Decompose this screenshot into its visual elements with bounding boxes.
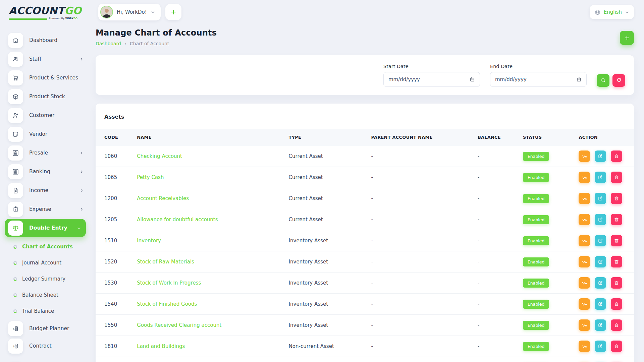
sidebar-item-budget-planner[interactable]: $ Budget Planner [0,320,91,337]
sidebar-item-product-services[interactable]: Product & Services [0,68,91,87]
sidebar-item-staff[interactable]: Staff [0,50,91,68]
parent-account-name: - [367,357,474,362]
account-name-link[interactable]: Checking Account [137,153,182,159]
sidebar-subitem-ledger-summary[interactable]: Ledger Summary [0,271,91,287]
coins-dollar-icon: $ [8,321,23,336]
account-name-link[interactable]: Account Receivables [137,195,189,201]
breadcrumb-dashboard-link[interactable]: Dashboard [96,41,121,46]
delete-button[interactable] [611,214,622,225]
user-avatar [100,6,113,18]
home-icon [8,33,23,48]
edit-button[interactable] [595,193,606,204]
edit-button[interactable] [595,150,606,162]
transactions-button[interactable] [579,214,590,225]
transactions-button[interactable] [579,235,590,246]
edit-button[interactable] [595,256,606,267]
delete-button[interactable] [611,172,622,183]
breadcrumb: Dashboard › Chart of Account [96,41,217,47]
date-placeholder: mm/dd/yyyy [388,76,420,82]
edit-button[interactable] [595,172,606,183]
delete-button[interactable] [611,235,622,246]
scales-icon [8,221,23,236]
breadcrumb-separator: › [124,41,126,47]
quick-add-button[interactable] [165,4,181,20]
column-header-action: ACTION [575,129,634,146]
transactions-button[interactable] [579,150,590,162]
wave-icon [581,153,587,159]
delete-button[interactable] [611,256,622,267]
transactions-button[interactable] [579,172,590,183]
sidebar: Dashboard Staff Product & Services Produ… [0,31,91,362]
edit-button[interactable] [595,277,606,289]
cart-icon [8,70,23,85]
search-button[interactable] [597,74,609,87]
reset-button[interactable] [612,74,625,87]
calendar-icon[interactable] [576,77,582,82]
transactions-button[interactable] [579,277,590,289]
account-name-link[interactable]: Stock of Finished Goods [137,301,197,307]
transactions-button[interactable] [579,193,590,204]
sidebar-subitem-chart-of-accounts[interactable]: Chart of Accounts [0,239,91,255]
user-menu[interactable]: Hi, WorkDo! [98,4,161,20]
delete-button[interactable] [611,319,622,331]
document-icon [8,183,23,198]
delete-button[interactable] [611,298,622,310]
sidebar-item-double-entry[interactable]: Double Entry [5,219,86,237]
sidebar-subitem-trial-balance[interactable]: Trial Balance [0,303,91,319]
section-title-assets: Assets [96,104,634,129]
transactions-button[interactable] [579,256,590,267]
edit-button[interactable] [595,214,606,225]
edit-button[interactable] [595,319,606,331]
end-date-input[interactable]: mm/dd/yyyy [490,72,587,87]
add-account-button[interactable] [620,31,634,45]
delete-button[interactable] [611,150,622,162]
sidebar-item-banking[interactable]: Banking [0,162,91,181]
edit-button[interactable] [595,298,606,310]
account-code: 1550 [96,315,133,336]
account-balance: - [474,357,519,362]
delete-button[interactable] [611,193,622,204]
sidebar-subitem-balance-sheet[interactable]: Balance Sheet [0,287,91,303]
sidebar-item-dashboard[interactable]: Dashboard [0,31,91,50]
sidebar-item-expense[interactable]: $ Expense [0,200,91,219]
transactions-button[interactable] [579,298,590,310]
edit-button[interactable] [595,235,606,246]
account-name-link[interactable]: Land and Buildings [137,343,185,349]
sidebar-item-customer[interactable]: Customer [0,106,91,125]
sidebar-item-presale[interactable]: Presale [0,143,91,162]
edit-button[interactable] [595,341,606,352]
transactions-button[interactable] [579,341,590,352]
transactions-button[interactable] [579,319,590,331]
account-name-link[interactable]: Stock of Raw Materials [137,259,194,265]
parent-account-name: - [367,294,474,315]
delete-button[interactable] [611,341,622,352]
account-code: 1810 [96,336,133,357]
account-balance: - [474,336,519,357]
column-header-type: TYPE [285,129,367,146]
start-date-input[interactable]: mm/dd/yyyy [383,72,480,87]
account-name-link[interactable]: Inventory [137,238,161,244]
sidebar-item-vendor[interactable]: Vendor [0,125,91,143]
bullet-icon [13,293,17,297]
sidebar-item-partial[interactable]: $ [0,361,91,362]
sidebar-item-product-stock[interactable]: Product Stock [0,87,91,106]
account-name-link[interactable]: Stock of Work In Progress [137,280,201,286]
account-name-link[interactable]: Petty Cash [137,174,164,180]
calendar-icon[interactable] [470,77,475,82]
sidebar-item-contract[interactable]: $ Contract [0,337,91,355]
account-code: 1060 [96,146,133,167]
wave-icon [581,280,587,286]
account-name-link[interactable]: Allowance for doubtful accounts [137,217,218,223]
table-row: 1530 Stock of Work In Progress Inventory… [96,273,634,294]
account-type: Non-current Asset [285,336,367,357]
account-name-link[interactable]: Goods Received Clearing account [137,322,221,328]
status-badge: Enabled [523,342,549,351]
delete-button[interactable] [611,277,622,289]
language-selector[interactable]: English [590,5,634,19]
account-type: Current Asset [285,146,367,167]
sidebar-item-income[interactable]: Income [0,181,91,200]
logo-text-secondary: GO [64,5,82,16]
chevron-down-icon [151,10,155,14]
account-code: 1510 [96,230,133,251]
sidebar-subitem-journal-account[interactable]: Journal Account [0,255,91,271]
